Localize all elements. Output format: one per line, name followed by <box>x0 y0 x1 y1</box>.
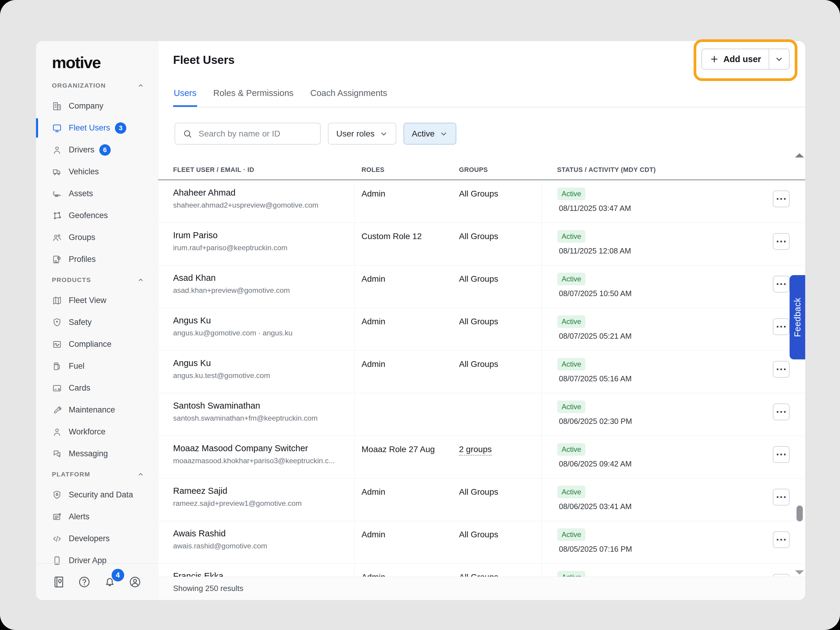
account-icon[interactable] <box>128 575 142 589</box>
sidebar-item-fleet-view[interactable]: Fleet View <box>36 289 158 311</box>
sidebar-item-label: Company <box>69 101 104 111</box>
sidebar-item-label: Geofences <box>69 211 108 220</box>
sidebar-item-cards[interactable]: Cards <box>36 377 158 399</box>
row-actions-button[interactable] <box>773 276 789 292</box>
sidebar-item-fleet-users[interactable]: Fleet Users3 <box>36 117 158 139</box>
row-actions-button[interactable] <box>773 531 789 548</box>
sidebar-footer: 4 <box>36 564 158 600</box>
sidebar-item-groups[interactable]: Groups <box>36 226 158 248</box>
sidebar-section-products[interactable]: PRODUCTS <box>36 270 158 289</box>
results-footer: Showing 250 results <box>158 576 805 600</box>
column-header-fleet-user: FLEET USER / EMAIL · ID <box>158 166 355 179</box>
sidebar-nav: ORGANIZATIONCompanyFleet Users3Drivers6V… <box>36 76 158 572</box>
activity-timestamp: 08/07/2025 05:16 AM <box>559 374 805 383</box>
search-input[interactable] <box>175 123 321 145</box>
row-actions-button[interactable] <box>773 574 789 576</box>
user-groups: All Groups <box>459 572 498 576</box>
sidebar-section-platform[interactable]: PLATFORM <box>36 465 158 484</box>
user-email: awais.rashid@gomotive.com <box>173 542 345 550</box>
count-badge: 6 <box>99 144 111 156</box>
people-icon <box>52 232 62 243</box>
notification-count-badge: 4 <box>112 569 124 581</box>
row-actions-button[interactable] <box>773 489 789 505</box>
chevron-up-icon <box>137 82 145 89</box>
tab-roles-permissions[interactable]: Roles & Permissions <box>213 88 294 107</box>
sidebar-item-company[interactable]: Company <box>36 95 158 117</box>
sidebar-item-geofences[interactable]: Geofences <box>36 205 158 226</box>
shield-icon <box>52 317 62 328</box>
sidebar-item-label: Compliance <box>69 339 112 349</box>
sidebar-item-security-and-data[interactable]: Security and Data <box>36 484 158 506</box>
user-roles-filter[interactable]: User roles <box>328 123 396 145</box>
user-role: Admin <box>355 521 459 564</box>
row-actions-button[interactable] <box>773 318 789 335</box>
results-count: Showing 250 results <box>173 584 243 593</box>
activity-timestamp: 08/07/2025 10:50 AM <box>559 289 805 298</box>
sidebar-item-maintenance[interactable]: Maintenance <box>36 399 158 421</box>
column-header-status: STATUS / ACTIVITY (MDY CDT) <box>542 166 805 179</box>
notifications-icon[interactable]: 4 <box>103 575 117 589</box>
sidebar-item-vehicles[interactable]: Vehicles <box>36 161 158 183</box>
sidebar-item-developers[interactable]: Developers <box>36 528 158 549</box>
alerts-icon <box>52 512 62 522</box>
count-badge: 3 <box>115 122 126 134</box>
fuel-icon <box>52 361 62 371</box>
table-row: Santosh Swaminathansantosh.swaminathan+f… <box>158 393 805 436</box>
user-groups: All Groups <box>459 359 498 369</box>
user-role: Admin <box>355 351 459 393</box>
table-row: Francis EkkaAdminAll GroupsActive <box>158 564 805 576</box>
table-row: Angus Kuangus.ku.test@gomotive.comAdminA… <box>158 351 805 393</box>
plus-icon <box>709 54 719 64</box>
row-actions-button[interactable] <box>773 404 789 420</box>
row-actions-button[interactable] <box>773 446 789 463</box>
sidebar-item-fuel[interactable]: Fuel <box>36 355 158 377</box>
user-role: Custom Role 12 <box>355 223 459 265</box>
chevron-up-icon <box>137 471 145 478</box>
sidebar-item-drivers[interactable]: Drivers6 <box>36 139 158 161</box>
table-body: Ahaheer Ahmadshaheer.ahmad2+uspreview@go… <box>158 180 805 576</box>
tabs-row: UsersRoles & PermissionsCoach Assignment… <box>173 88 805 107</box>
sidebar-item-messaging[interactable]: Messaging <box>36 443 158 465</box>
sidebar-item-assets[interactable]: Assets <box>36 183 158 205</box>
sidebar-item-label: Groups <box>69 233 95 242</box>
scrollbar-thumb[interactable] <box>796 505 803 521</box>
user-groups: All Groups <box>459 530 498 539</box>
sidebar-item-label: Workforce <box>69 427 106 436</box>
tab-coach-assignments[interactable]: Coach Assignments <box>309 88 388 107</box>
sidebar-item-alerts[interactable]: Alerts <box>36 506 158 528</box>
activity-timestamp: 08/05/2025 07:16 PM <box>559 545 805 554</box>
feedback-tab[interactable]: Feedback <box>789 275 805 359</box>
help-icon[interactable] <box>78 575 91 589</box>
user-name: Santosh Swaminathan <box>173 401 345 411</box>
table-row: Rameez Sajidrameez.sajid+preview1@gomoti… <box>158 478 805 521</box>
sidebar-item-label: Security and Data <box>69 490 133 499</box>
shield-lock-icon <box>52 490 62 500</box>
sidebar-section-organization[interactable]: ORGANIZATION <box>36 76 158 95</box>
geofence-icon <box>52 211 62 221</box>
user-name: Moaaz Masood Company Switcher <box>173 444 345 453</box>
add-user-split-button: Add user <box>701 49 789 69</box>
add-user-dropdown-button[interactable] <box>769 49 789 69</box>
user-name: Awais Rashid <box>173 529 345 538</box>
row-actions-button[interactable] <box>773 191 789 207</box>
sidebar-item-profiles[interactable]: Profiles <box>36 248 158 270</box>
status-badge: Active <box>557 401 585 413</box>
sidebar-item-workforce[interactable]: Workforce <box>36 421 158 443</box>
guide-icon[interactable] <box>52 575 66 589</box>
truck-icon <box>52 167 62 177</box>
tab-users[interactable]: Users <box>173 88 197 107</box>
sidebar-item-compliance[interactable]: Compliance <box>36 333 158 355</box>
user-groups-link[interactable]: 2 groups <box>459 445 492 456</box>
add-user-button[interactable]: Add user <box>702 49 769 69</box>
sidebar-item-safety[interactable]: Safety <box>36 311 158 333</box>
row-actions-button[interactable] <box>773 233 789 250</box>
user-groups: All Groups <box>459 317 498 326</box>
user-email: santosh.swaminathan+fm@keeptruckin.com <box>173 414 345 422</box>
row-actions-button[interactable] <box>773 361 789 378</box>
status-badge: Active <box>557 188 585 200</box>
status-filter[interactable]: Active <box>404 123 456 145</box>
chevron-down-icon <box>439 129 448 138</box>
user-role <box>355 393 459 436</box>
scroll-down-arrow-icon[interactable] <box>795 570 804 575</box>
scroll-up-arrow-icon[interactable] <box>795 153 804 158</box>
